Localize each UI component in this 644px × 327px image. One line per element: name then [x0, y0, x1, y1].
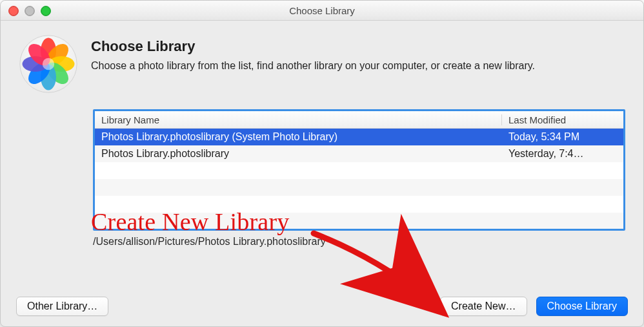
library-list-header: Library Name Last Modified: [95, 111, 623, 129]
table-row[interactable]: Photos Library.photoslibrary (System Pho…: [95, 129, 623, 145]
dialog-content: Choose Library Choose a photo library fr…: [1, 20, 643, 326]
photos-app-icon: [19, 34, 78, 94]
dialog-title: Choose Library: [91, 38, 625, 55]
window-title: Choose Library: [1, 5, 643, 16]
table-row[interactable]: [95, 196, 623, 213]
column-header-name[interactable]: Library Name: [95, 114, 501, 125]
row-modified: Today, 5:34 PM: [502, 131, 623, 143]
create-new-button[interactable]: Create New…: [440, 297, 527, 316]
column-header-modified[interactable]: Last Modified: [501, 114, 623, 125]
dialog-subtitle: Choose a photo library from the list, fi…: [91, 60, 625, 72]
dialog-window: Choose Library: [0, 0, 644, 327]
table-row[interactable]: [95, 179, 623, 196]
choose-library-button[interactable]: Choose Library: [536, 297, 629, 316]
table-row[interactable]: [95, 213, 623, 229]
table-row[interactable]: Photos Library.photoslibraryYesterday, 7…: [95, 145, 623, 162]
dialog-buttons: Other Library… Create New… Choose Librar…: [16, 297, 628, 316]
svg-point-9: [43, 58, 54, 70]
library-list[interactable]: Library Name Last Modified Photos Librar…: [93, 109, 625, 231]
row-modified: Yesterday, 7:4…: [502, 148, 623, 160]
row-name: Photos Library.photoslibrary: [95, 148, 502, 160]
selected-library-path: /Users/allison/Pictures/Photos Library.p…: [93, 236, 625, 248]
table-row[interactable]: [95, 162, 623, 179]
other-library-button[interactable]: Other Library…: [16, 297, 108, 316]
titlebar: Choose Library: [1, 1, 643, 21]
row-name: Photos Library.photoslibrary (System Pho…: [95, 131, 502, 143]
dialog-header: Choose Library Choose a photo library fr…: [19, 34, 625, 94]
